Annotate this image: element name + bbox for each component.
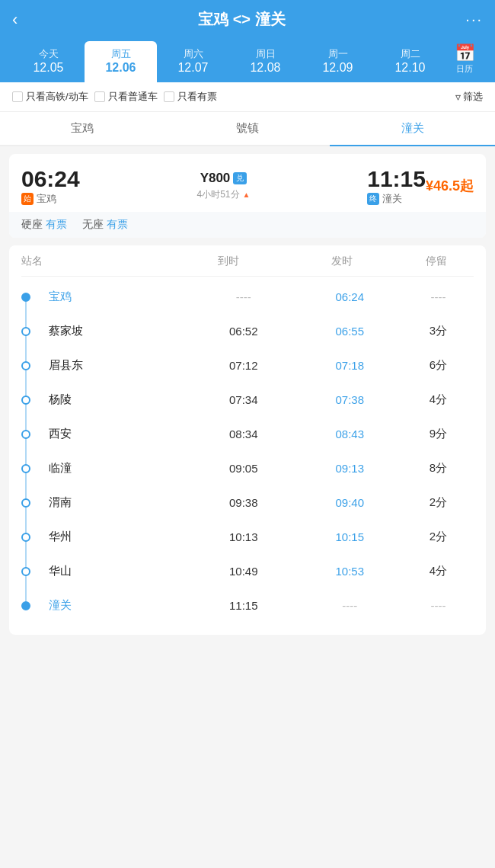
stop-dot-9 (21, 601, 30, 610)
stop-name-7: 华州 (38, 530, 190, 544)
stop-arrive-2: 07:12 (190, 359, 297, 372)
stop-name-2: 眉县东 (38, 358, 190, 373)
stop-arrive-1: 06:52 (190, 325, 297, 338)
stop-stay-3: 4分 (403, 392, 474, 407)
list-item: 蔡家坡 06:52 06:55 3分 (21, 314, 474, 348)
filter-hasticket[interactable]: 只看有票 (164, 90, 217, 104)
date-tab-5[interactable]: 周二 12.10 (374, 41, 446, 82)
stop-depart-1: 06:55 (297, 325, 404, 338)
stop-dot-7 (21, 533, 30, 542)
stop-dot-6 (21, 498, 30, 508)
price: ¥46.5起 (426, 177, 474, 195)
stop-stay-4: 9分 (403, 427, 474, 441)
checkbox-hasticket[interactable] (164, 91, 174, 102)
col-depart-header: 发时 (286, 255, 399, 268)
col-stay-header: 停留 (398, 255, 474, 268)
date-tab-3[interactable]: 周日 12.08 (229, 41, 302, 82)
duration-text: 4小时51分 (197, 188, 240, 201)
stop-name-0: 宝鸡 (38, 290, 190, 304)
station-tab-tongguan[interactable]: 潼关 (330, 112, 495, 146)
calendar-icon: 📅 (455, 43, 475, 62)
list-item: 临潼 09:05 09:13 8分 (21, 451, 474, 485)
stop-dot-2 (21, 361, 30, 370)
stop-name-9: 潼关 (38, 598, 190, 613)
depart-time: 06:24 (21, 166, 80, 192)
stop-depart-8: 10:53 (297, 565, 404, 578)
checkbox-normal[interactable] (94, 91, 105, 102)
stop-name-6: 渭南 (38, 495, 190, 510)
list-item: 潼关 11:15 ---- ---- (21, 588, 474, 623)
arrive-station: 潼关 (382, 192, 402, 206)
stop-name-3: 杨陵 (38, 392, 190, 407)
col-station-header: 站名 (21, 255, 172, 268)
stop-depart-6: 09:40 (297, 496, 404, 509)
list-item: 华州 10:13 10:15 2分 (21, 520, 474, 554)
list-item: 宝鸡 ---- 06:24 ---- (21, 280, 474, 314)
stop-name-1: 蔡家坡 (38, 324, 190, 338)
date-tab-0[interactable]: 今天 12.05 (12, 41, 85, 82)
list-item: 渭南 09:38 09:40 2分 (21, 485, 474, 520)
stop-dot-5 (21, 464, 30, 473)
stop-arrive-8: 10:49 (190, 565, 297, 578)
arrive-time: 11:15 (367, 166, 426, 192)
page-title: 宝鸡 <> 潼关 (18, 9, 465, 30)
stop-depart-0: 06:24 (297, 290, 404, 303)
stop-arrive-5: 09:05 (190, 462, 297, 475)
seat-type-1: 无座 有票 (82, 218, 128, 232)
stop-stay-6: 2分 (403, 495, 474, 510)
filter-icon: ▿ (455, 91, 461, 103)
stop-arrive-0: ---- (190, 290, 297, 303)
train-tag: 兑 (233, 172, 247, 184)
stop-name-5: 临潼 (38, 461, 190, 476)
station-tab-haozhen[interactable]: 號镇 (165, 112, 331, 146)
more-button[interactable]: ··· (465, 11, 483, 28)
list-item: 眉县东 07:12 07:18 6分 (21, 348, 474, 383)
seat-type-0: 硬座 有票 (21, 218, 67, 232)
stop-dot-3 (21, 396, 30, 405)
stop-dot-0 (21, 293, 30, 302)
stop-name-4: 西安 (38, 427, 190, 441)
seat-avail-0: 有票 (46, 218, 67, 230)
filter-hasticket-label: 只看有票 (177, 90, 217, 104)
filter-normal[interactable]: 只看普通车 (94, 90, 158, 104)
stop-arrive-4: 08:34 (190, 428, 297, 440)
arrive-block: 11:15 终 潼关 (367, 166, 426, 206)
filter-button[interactable]: ▿ 筛选 (455, 90, 483, 104)
depart-block: 06:24 始 宝鸡 (21, 166, 80, 206)
stop-stay-2: 6分 (403, 358, 474, 373)
stop-arrive-3: 07:34 (190, 393, 297, 406)
stop-name-8: 华山 (38, 564, 190, 578)
stop-stay-5: 8分 (403, 461, 474, 476)
stop-depart-7: 10:15 (297, 530, 404, 543)
list-item: 西安 08:34 08:43 9分 (21, 417, 474, 451)
stop-depart-5: 09:13 (297, 462, 404, 475)
stop-stay-9: ---- (403, 599, 474, 612)
stop-dot-4 (21, 430, 30, 439)
train-number: Y800 (200, 171, 231, 186)
header: ‹ 宝鸡 <> 潼关 ··· 今天 12.05 周五 12.06 周六 12.0… (0, 0, 495, 82)
station-tab-baoji[interactable]: 宝鸡 (0, 112, 165, 146)
stop-stay-1: 3分 (403, 324, 474, 338)
col-arrive-header: 到时 (172, 255, 286, 268)
filter-highspeed[interactable]: 只看高铁/动车 (12, 90, 88, 104)
arrive-tag: 终 (367, 193, 379, 205)
stop-list: 站名 到时 发时 停留 宝鸡 ---- 06:24 ---- 蔡家坡 06:52… (9, 245, 486, 635)
calendar-tab[interactable]: 📅 日历 (446, 37, 483, 82)
back-button[interactable]: ‹ (12, 10, 18, 30)
filter-highspeed-label: 只看高铁/动车 (26, 90, 88, 104)
stop-arrive-7: 10:13 (190, 530, 297, 543)
date-tab-1[interactable]: 周五 12.06 (85, 41, 157, 82)
stop-stay-0: ---- (403, 290, 474, 303)
checkbox-highspeed[interactable] (12, 91, 23, 102)
stop-dot-1 (21, 327, 30, 336)
arrow-up-icon: ▲ (243, 191, 251, 199)
date-tab-4[interactable]: 周一 12.09 (302, 41, 374, 82)
date-tabs: 今天 12.05 周五 12.06 周六 12.07 周日 12.08 周一 1… (12, 37, 483, 82)
train-card: 06:24 始 宝鸡 Y800 兑 4小时51分 ▲ 11:15 终 潼关 ¥4… (9, 154, 486, 238)
date-tab-2[interactable]: 周六 12.07 (157, 41, 229, 82)
stop-arrive-9: 11:15 (190, 599, 297, 612)
filter-normal-label: 只看普通车 (108, 90, 158, 104)
stop-depart-4: 08:43 (297, 428, 404, 440)
stop-rows: 宝鸡 ---- 06:24 ---- 蔡家坡 06:52 06:55 3分 眉县… (21, 280, 474, 623)
stop-depart-2: 07:18 (297, 359, 404, 372)
